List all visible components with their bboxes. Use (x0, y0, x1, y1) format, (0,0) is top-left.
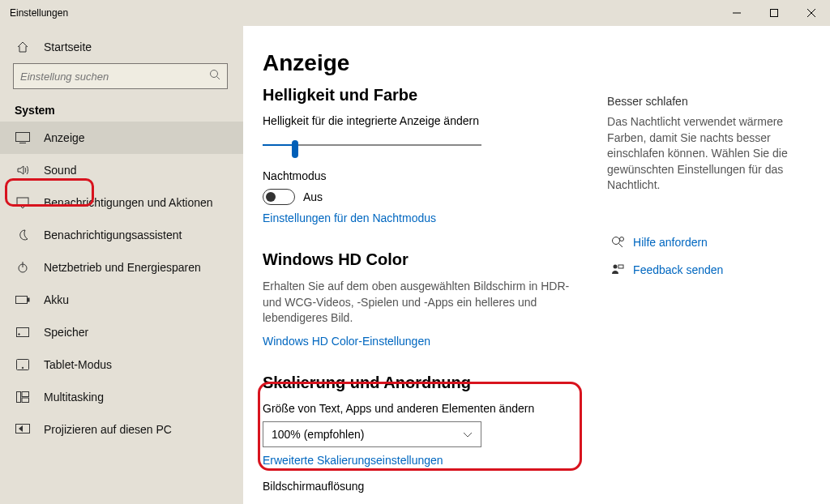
svg-rect-6 (16, 133, 30, 142)
window-title: Einstellungen (10, 7, 68, 19)
slider-thumb[interactable] (292, 140, 298, 158)
feedback-label: Feedback senden (633, 263, 723, 276)
scaling-label: Größe von Text, Apps und anderen Element… (263, 402, 591, 415)
svg-rect-17 (17, 392, 21, 403)
display-icon (15, 130, 31, 146)
help-icon (607, 234, 628, 250)
moon-icon (15, 227, 31, 243)
svg-rect-8 (17, 198, 28, 206)
svg-point-14 (19, 334, 20, 335)
sidebar-home[interactable]: Startseite (0, 31, 243, 63)
svg-point-16 (22, 367, 24, 369)
sidebar-item-projizieren[interactable]: Projizieren auf diesen PC (0, 413, 243, 446)
sidebar-item-label: Speicher (44, 326, 88, 339)
feedback-icon (607, 262, 628, 278)
aside-column: Besser schlafen Das Nachtlicht verwendet… (607, 50, 806, 504)
sidebar-home-label: Startseite (44, 41, 92, 53)
sidebar-item-akku[interactable]: Akku (0, 284, 243, 316)
nightmode-label: Nachtmodus (263, 169, 591, 182)
scaling-dropdown[interactable]: 100% (empfohlen) (263, 421, 481, 447)
project-icon (15, 421, 31, 438)
aside-cut-title: Besser schlafen (607, 95, 806, 108)
svg-point-23 (620, 237, 624, 241)
home-icon (15, 39, 31, 55)
section-brightness-title: Helligkeit und Farbe (263, 86, 591, 105)
toggle-knob (266, 192, 276, 202)
brightness-label: Helligkeit für die integrierte Anzeige ä… (263, 114, 591, 127)
nightmode-state: Aus (303, 190, 323, 203)
main-column: Anzeige Helligkeit und Farbe Helligkeit … (263, 50, 591, 504)
svg-line-22 (619, 243, 623, 247)
sidebar-item-netzbetrieb[interactable]: Netzbetrieb und Energiesparen (0, 251, 243, 284)
multitask-icon (15, 389, 31, 405)
sound-icon (15, 162, 31, 178)
sidebar-item-benachrichtigungsassistent[interactable]: Benachrichtigungsassistent (0, 219, 243, 251)
minimize-button[interactable] (718, 0, 755, 26)
svg-rect-25 (618, 265, 623, 268)
svg-rect-1 (771, 10, 778, 17)
feedback-link[interactable]: Feedback senden (607, 262, 806, 278)
titlebar: Einstellungen (0, 0, 830, 26)
sidebar-item-tablet[interactable]: Tablet-Modus (0, 348, 243, 381)
aside-desc: Das Nachtlicht verwendet wärmere Farben,… (607, 114, 806, 194)
storage-icon (15, 324, 31, 340)
help-link[interactable]: Hilfe anfordern (607, 234, 806, 250)
search-input[interactable] (13, 63, 228, 89)
battery-icon (15, 292, 31, 308)
tablet-icon (15, 357, 31, 373)
content: Anzeige Helligkeit und Farbe Helligkeit … (243, 26, 830, 504)
sidebar-item-label: Tablet-Modus (44, 358, 112, 371)
maximize-button[interactable] (755, 0, 793, 26)
window-controls (718, 0, 830, 26)
sidebar-category: System (0, 96, 243, 122)
sidebar-item-label: Akku (44, 293, 69, 306)
sidebar-item-label: Benachrichtigungsassistent (44, 229, 182, 241)
close-button[interactable] (793, 0, 830, 26)
search-icon (209, 69, 220, 83)
svg-rect-13 (17, 328, 29, 337)
sidebar-item-sound[interactable]: Sound (0, 154, 243, 186)
hdcolor-link[interactable]: Windows HD Color-Einstellungen (263, 335, 591, 348)
page-title: Anzeige (263, 50, 591, 76)
nightmode-toggle[interactable] (263, 189, 295, 205)
hdcolor-desc: Erhalten Sie auf dem oben ausgewählten B… (263, 279, 591, 327)
scaling-value: 100% (empfohlen) (272, 428, 364, 441)
power-icon (15, 259, 31, 275)
svg-rect-12 (28, 298, 29, 301)
slider-fill (263, 144, 295, 146)
svg-rect-19 (22, 398, 29, 403)
sidebar-item-anzeige[interactable]: Anzeige (0, 122, 243, 154)
svg-rect-11 (16, 297, 28, 304)
chevron-down-icon (463, 428, 473, 441)
svg-rect-18 (22, 392, 29, 397)
section-hdcolor-title: Windows HD Color (263, 250, 591, 269)
section-scaling-title: Skalierung und Anordnung (263, 374, 591, 392)
sidebar-item-label: Anzeige (44, 131, 85, 144)
help-label: Hilfe anfordern (633, 236, 708, 249)
notify-icon (15, 194, 31, 211)
sidebar-item-label: Netzbetrieb und Energiesparen (44, 261, 201, 274)
sidebar-item-label: Projizieren auf diesen PC (44, 423, 172, 436)
sidebar-item-multitasking[interactable]: Multitasking (0, 381, 243, 413)
svg-point-24 (614, 264, 618, 268)
sidebar-item-label: Sound (44, 164, 76, 177)
brightness-slider[interactable] (263, 134, 481, 156)
sidebar-item-label: Benachrichtigungen und Aktionen (44, 196, 213, 209)
svg-point-21 (613, 237, 620, 244)
svg-line-5 (217, 77, 220, 80)
svg-point-4 (211, 70, 218, 78)
sidebar: Startseite System Anzeige Sound Benachri… (0, 26, 243, 504)
resolution-label: Bildschirmauflösung (263, 480, 591, 493)
search-field[interactable] (20, 70, 209, 83)
sidebar-item-label: Multitasking (44, 391, 104, 404)
sidebar-item-benachrichtigungen[interactable]: Benachrichtigungen und Aktionen (0, 186, 243, 219)
sidebar-item-speicher[interactable]: Speicher (0, 316, 243, 348)
advanced-scaling-link[interactable]: Erweiterte Skalierungseinstellungen (263, 454, 591, 467)
nightmode-settings-link[interactable]: Einstellungen für den Nachtmodus (263, 211, 591, 224)
